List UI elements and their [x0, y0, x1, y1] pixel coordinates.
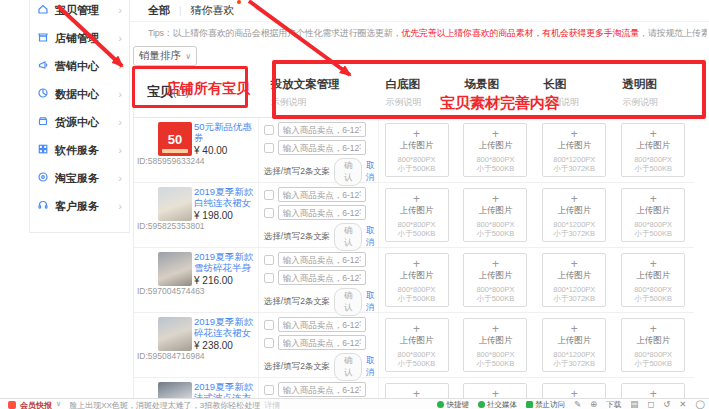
- sidebar-item-supply[interactable]: 货源中心 ›: [30, 108, 129, 136]
- sidebar-item-shop[interactable]: 店铺管理 ›: [30, 24, 129, 52]
- example-link[interactable]: 示例说明: [464, 96, 536, 109]
- cancel-button[interactable]: 取消: [366, 290, 378, 314]
- upload-image-button[interactable]: + 上传图片 800*1200PX 小于3072KB: [542, 253, 606, 307]
- sell-point-input-2[interactable]: [278, 205, 366, 220]
- sort-dropdown[interactable]: 销量排序 ∨: [133, 46, 197, 66]
- confirm-button[interactable]: 确认: [334, 158, 362, 186]
- chevron-right-icon: ›: [118, 33, 122, 44]
- transparent-upload-cell: + 上传图片 800*800PX 小于500KB: [615, 183, 694, 247]
- upload-image-button[interactable]: + 上传图片 800*800PX 小于500KB: [463, 123, 527, 177]
- sell-point-checkbox[interactable]: [264, 255, 274, 265]
- sell-point-input-2[interactable]: [278, 140, 366, 155]
- sell-point-checkbox[interactable]: [264, 208, 274, 218]
- news-more-link[interactable]: 详情: [264, 400, 280, 409]
- sell-point-checkbox[interactable]: [264, 338, 274, 348]
- sidebar-item-treasure[interactable]: 宝贝管理 ›: [30, 0, 129, 24]
- product-image[interactable]: [158, 187, 192, 221]
- cancel-button[interactable]: 取消: [366, 225, 378, 249]
- plus-icon: +: [622, 258, 684, 270]
- data-icon: [37, 85, 49, 103]
- upload-image-button[interactable]: + 上传图片 800*1200PX 小于3072KB: [542, 318, 606, 372]
- sell-point-checkbox[interactable]: [264, 273, 274, 283]
- grid-icon[interactable]: ▤: [630, 400, 638, 409]
- text-icon[interactable]: ◻: [647, 400, 654, 409]
- product-price: ¥ 216.00: [194, 275, 233, 286]
- upload-image-button[interactable]: + 上传图片 800*800PX 小于500KB: [463, 253, 527, 307]
- upload-image-button[interactable]: + 上传图片 800*800PX 小于500KB: [621, 188, 685, 242]
- sidebar-item-marketing[interactable]: 营销中心 ›: [30, 52, 129, 80]
- product-material-table: 宝贝(11) 投放文案管理 示例说明 白底图 示例说明 场景图 示例说明 长图 …: [133, 66, 694, 409]
- example-link[interactable]: 示例说明: [622, 96, 694, 109]
- sidebar-item-customer[interactable]: 客户服务 ›: [30, 192, 129, 220]
- example-link[interactable]: 示例说明: [543, 96, 615, 109]
- upload-image-button[interactable]: + 上传图片 800*800PX 小于500KB: [621, 253, 685, 307]
- quick-item-2[interactable]: 社交媒体: [478, 400, 517, 409]
- product-id: ID:597004574463: [137, 286, 205, 296]
- marker-icon[interactable]: ⊕: [590, 400, 597, 409]
- sell-point-checkbox[interactable]: [264, 385, 274, 395]
- sell-point-checkbox[interactable]: [264, 190, 274, 200]
- product-image[interactable]: [158, 252, 192, 286]
- sell-point-checkbox[interactable]: [264, 125, 274, 135]
- download-button[interactable]: 下载: [606, 400, 621, 409]
- done-icon[interactable]: ◯: [695, 400, 705, 409]
- chevron-down-icon[interactable]: ∨: [56, 400, 61, 408]
- sell-point-input-1[interactable]: [278, 382, 366, 397]
- chevron-right-icon: ›: [118, 61, 122, 72]
- upload-image-button[interactable]: + 上传图片 800*800PX 小于500KB: [385, 123, 449, 177]
- chevron-right-icon: ›: [118, 201, 122, 212]
- sell-point-checkbox[interactable]: [264, 143, 274, 153]
- sell-point-input-1[interactable]: [278, 252, 366, 267]
- product-title-link[interactable]: 50元新品优惠券: [194, 121, 256, 143]
- cancel-button[interactable]: 取消: [366, 355, 378, 379]
- upload-image-button[interactable]: + 上传图片 800*800PX 小于500KB: [621, 123, 685, 177]
- confirm-button[interactable]: 确认: [334, 353, 362, 381]
- upload-image-button[interactable]: + 上传图片 800*1200PX 小于3072KB: [542, 123, 606, 177]
- sidebar-item-taobao[interactable]: 淘宝服务 ›: [30, 164, 129, 192]
- tab-guess-you-like[interactable]: 猜你喜欢: [191, 3, 235, 18]
- pencil-icon[interactable]: ✎: [574, 400, 581, 409]
- transparent-upload-cell: + 上传图片 800*800PX 小于500KB: [615, 118, 694, 182]
- upload-image-button[interactable]: + 上传图片 800*800PX 小于500KB: [385, 318, 449, 372]
- example-link[interactable]: 示例说明: [386, 96, 458, 109]
- sell-point-input-1[interactable]: [278, 187, 366, 202]
- upload-image-button[interactable]: + 上传图片 800*800PX 小于500KB: [385, 253, 449, 307]
- upload-image-button[interactable]: + 上传图片 800*800PX 小于500KB: [463, 188, 527, 242]
- product-title-link[interactable]: 2019夏季新款白纯连衣裙女衬衫短袖T恤中长款: [194, 186, 256, 208]
- product-title-link[interactable]: 2019夏季新款雪纺碎花半身裙女中长款高腰白: [194, 251, 256, 273]
- close-icon[interactable]: ✕: [679, 400, 686, 409]
- confirm-button[interactable]: 确认: [334, 288, 362, 316]
- copywriting-cell: 选择/填写2条文案 确认 取消: [259, 183, 379, 247]
- upload-image-button[interactable]: + 上传图片 800*1200PX 小于3072KB: [542, 188, 606, 242]
- sell-point-input-1[interactable]: [278, 122, 366, 137]
- example-link[interactable]: 示例说明: [271, 96, 379, 109]
- upload-image-button[interactable]: + 上传图片 800*800PX 小于500KB: [385, 188, 449, 242]
- quick-item-1[interactable]: 快捷键: [437, 400, 469, 409]
- green-square-icon: [526, 401, 533, 408]
- scene-upload-cell: + 上传图片 800*800PX 小于500KB: [457, 313, 536, 377]
- news-logo: [8, 401, 16, 409]
- news-ticker[interactable]: 脸上出现XX色斑，消斑处理太难了，3招教你轻松处理: [69, 400, 260, 409]
- confirm-button[interactable]: 确认: [334, 223, 362, 251]
- sidebar-item-data[interactable]: 数据中心 ›: [30, 80, 129, 108]
- copy-note: 选择/填写2条文案: [264, 296, 331, 308]
- tab-all[interactable]: 全部: [148, 3, 170, 18]
- sell-point-checkbox[interactable]: [264, 320, 274, 330]
- product-image[interactable]: [158, 317, 192, 351]
- product-image[interactable]: 50: [158, 122, 192, 156]
- chevron-right-icon: ›: [118, 5, 122, 16]
- cancel-button[interactable]: 取消: [366, 160, 378, 184]
- undo-icon[interactable]: ↺: [663, 400, 670, 409]
- product-cell: 50 50元新品优惠券 ¥ 40.00 ID:585959633244: [134, 118, 259, 182]
- sell-point-input-1[interactable]: [278, 317, 366, 332]
- quick-item-3[interactable]: 禁止访问: [526, 400, 565, 409]
- sell-point-input-2[interactable]: [278, 270, 366, 285]
- white-bg-upload-cell: + 上传图片 800*800PX 小于500KB: [379, 248, 458, 312]
- upload-image-button[interactable]: + 上传图片 800*800PX 小于500KB: [621, 318, 685, 372]
- upload-image-button[interactable]: + 上传图片 800*800PX 小于500KB: [463, 318, 527, 372]
- product-title-link[interactable]: 2019夏季新款碎花连衣裙女修身显瘦小众网红: [194, 316, 256, 338]
- plus-icon: +: [543, 258, 605, 270]
- plus-icon: +: [464, 193, 526, 205]
- sidebar-item-software[interactable]: 软件服务 ›: [30, 136, 129, 164]
- sell-point-input-2[interactable]: [278, 335, 366, 350]
